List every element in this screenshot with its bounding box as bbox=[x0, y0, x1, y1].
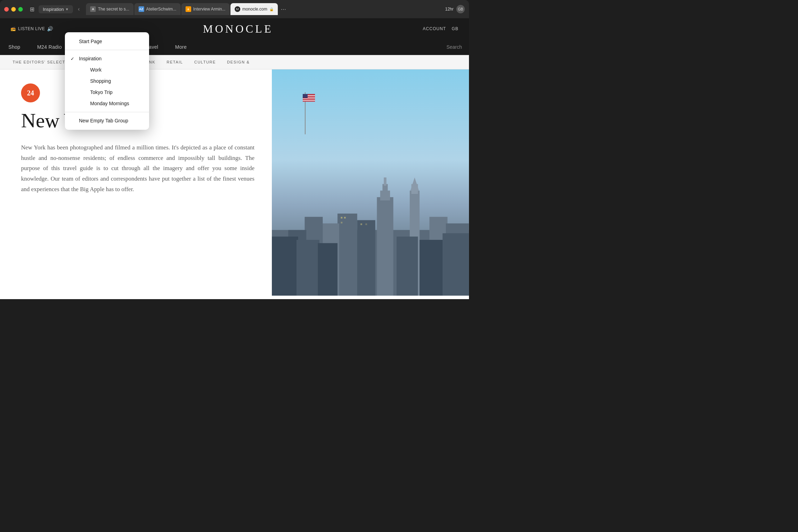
svg-rect-8 bbox=[384, 177, 387, 186]
tokyo-trip-label: Tokyo Trip bbox=[90, 89, 113, 95]
region-selector[interactable]: GB bbox=[452, 26, 458, 31]
profile-icon[interactable]: GB bbox=[456, 5, 465, 13]
svg-rect-22 bbox=[341, 217, 343, 218]
listen-live[interactable]: 📻 LISTEN LIVE 🔊 bbox=[11, 26, 53, 32]
tabs-container: A The secret to s... AZ AtelierSchwim...… bbox=[86, 3, 440, 15]
dropdown-divider-1 bbox=[65, 50, 149, 50]
maximize-button[interactable] bbox=[18, 7, 23, 12]
shopping-label: Shopping bbox=[90, 78, 111, 84]
more-tabs-button[interactable]: ··· bbox=[279, 4, 288, 14]
checkmark-icon: ✓ bbox=[71, 56, 76, 61]
dropdown-item-tokyo-trip[interactable]: Tokyo Trip bbox=[65, 87, 149, 98]
nav-m24radio[interactable]: M24 Radio bbox=[29, 39, 70, 55]
buildings-svg bbox=[272, 69, 469, 296]
subnav-culture[interactable]: CULTURE bbox=[189, 55, 222, 69]
svg-rect-26 bbox=[366, 223, 367, 225]
article-image bbox=[272, 69, 469, 296]
close-button[interactable] bbox=[4, 7, 9, 12]
dropdown-item-shopping[interactable]: Shopping bbox=[65, 75, 149, 87]
lock-icon: 🔒 bbox=[269, 7, 274, 11]
work-label: Work bbox=[90, 67, 101, 73]
nav-more[interactable]: More bbox=[167, 39, 195, 55]
svg-rect-25 bbox=[361, 223, 362, 225]
article-body: New York has been photographed and filme… bbox=[21, 142, 254, 195]
start-page-label: Start Page bbox=[79, 39, 102, 44]
svg-rect-10 bbox=[357, 220, 375, 296]
header-right: ACCOUNT GB bbox=[423, 26, 458, 31]
traffic-lights bbox=[4, 7, 23, 12]
tab-label-3: Interview Armin... bbox=[193, 7, 226, 12]
tab-group-dropdown: Start Page ✓ Inspiration Work Shopping T… bbox=[65, 32, 149, 130]
tab-favicon-3: a bbox=[186, 6, 191, 12]
dropdown-item-new-tab-group[interactable]: New Empty Tab Group bbox=[65, 115, 149, 126]
issue-badge: 24 bbox=[21, 83, 40, 102]
tab-label-1: The secret to s... bbox=[98, 7, 129, 12]
tab-favicon-4: M bbox=[235, 6, 240, 12]
svg-rect-16 bbox=[272, 237, 298, 296]
tab-group-button[interactable]: Inspiration ▼ bbox=[39, 5, 73, 13]
tab-monocle[interactable]: M monocle.com 🔒 bbox=[230, 3, 278, 15]
title-bar: ⊞ Inspiration ▼ ‹ A The secret to s... A… bbox=[0, 0, 469, 18]
svg-rect-17 bbox=[297, 240, 320, 296]
time-display: 12hr bbox=[445, 7, 454, 12]
new-empty-tab-group-label: New Empty Tab Group bbox=[79, 118, 128, 123]
monday-mornings-label: Monday Mornings bbox=[90, 101, 129, 106]
back-button[interactable]: ‹ bbox=[76, 5, 82, 14]
tab-interview[interactable]: a Interview Armin... bbox=[181, 3, 230, 15]
tab-atelier[interactable]: AZ AtelierSchwim... bbox=[134, 3, 181, 15]
tab-group-label: Inspiration bbox=[43, 7, 64, 12]
svg-rect-3 bbox=[411, 184, 418, 194]
tab-favicon-1: A bbox=[90, 6, 96, 12]
dropdown-divider-2 bbox=[65, 112, 149, 112]
dropdown-section-2: ✓ Inspiration Work Shopping Tokyo Trip M… bbox=[65, 52, 149, 110]
dropdown-item-monday-mornings[interactable]: Monday Mornings bbox=[65, 98, 149, 109]
dropdown-item-inspiration[interactable]: ✓ Inspiration bbox=[65, 53, 149, 64]
minimize-button[interactable] bbox=[11, 7, 16, 12]
speaker-icon: 🔊 bbox=[47, 26, 53, 32]
dropdown-section-1: Start Page bbox=[65, 34, 149, 48]
svg-rect-23 bbox=[344, 217, 346, 218]
svg-rect-9 bbox=[338, 214, 357, 296]
ny-skyline-image bbox=[272, 69, 469, 296]
svg-rect-18 bbox=[318, 243, 337, 296]
dropdown-item-work[interactable]: Work bbox=[65, 64, 149, 75]
sidebar-toggle-button[interactable]: ⊞ bbox=[28, 5, 36, 13]
tab-favicon-2: AZ bbox=[139, 6, 144, 12]
subnav-retail[interactable]: RETAIL bbox=[161, 55, 189, 69]
inspiration-label: Inspiration bbox=[79, 56, 102, 61]
tab-secret[interactable]: A The secret to s... bbox=[86, 3, 133, 15]
subnav-design[interactable]: DESIGN & bbox=[221, 55, 255, 69]
svg-rect-20 bbox=[420, 240, 444, 296]
svg-rect-19 bbox=[397, 237, 418, 296]
svg-rect-24 bbox=[341, 222, 343, 223]
listen-live-label: LISTEN LIVE bbox=[18, 26, 45, 31]
dropdown-section-3: New Empty Tab Group bbox=[65, 114, 149, 128]
tab-label-2: AtelierSchwim... bbox=[146, 7, 176, 12]
nav-shop[interactable]: Shop bbox=[0, 39, 29, 55]
chevron-down-icon: ▼ bbox=[65, 7, 69, 11]
tab-label-4: monocle.com bbox=[242, 7, 267, 12]
nav-search[interactable]: Search bbox=[440, 39, 469, 55]
svg-rect-5 bbox=[377, 197, 394, 296]
dropdown-item-start-page[interactable]: Start Page bbox=[65, 36, 149, 47]
svg-rect-21 bbox=[443, 233, 469, 296]
radio-icon: 📻 bbox=[11, 26, 16, 31]
account-link[interactable]: ACCOUNT bbox=[423, 26, 446, 31]
